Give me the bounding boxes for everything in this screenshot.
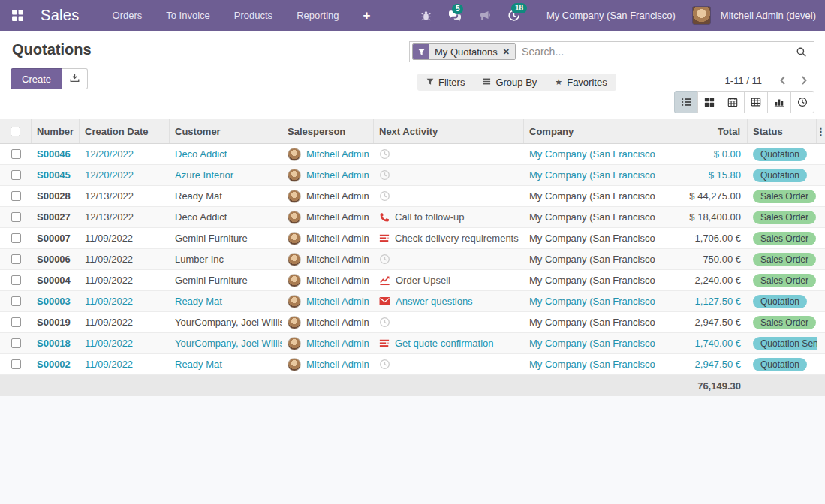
select-all-checkbox[interactable] bbox=[11, 127, 20, 136]
next-activity-cell[interactable] bbox=[374, 249, 524, 269]
table-row[interactable]: S00019 11/09/2022 YourCompany, Joel Will… bbox=[0, 312, 825, 333]
next-activity-cell[interactable]: Get quote confirmation bbox=[374, 333, 524, 353]
table-row[interactable]: S00046 12/20/2022 Deco Addict Mitchell A… bbox=[0, 144, 825, 165]
company-link[interactable]: My Company (San Francisco) bbox=[524, 354, 655, 374]
menu-to-invoice[interactable]: To Invoice bbox=[154, 2, 222, 29]
pager-next-icon[interactable] bbox=[795, 74, 813, 87]
next-activity-cell[interactable] bbox=[374, 354, 524, 374]
order-number-link[interactable]: S00028 bbox=[32, 186, 80, 206]
view-activity-button[interactable] bbox=[790, 91, 814, 113]
row-checkbox[interactable] bbox=[11, 359, 21, 369]
next-activity-cell[interactable]: Call to follow-up bbox=[374, 207, 524, 227]
row-checkbox[interactable] bbox=[11, 275, 21, 285]
no-activity-clock-icon[interactable] bbox=[379, 254, 390, 265]
header-next-activity[interactable]: Next Activity bbox=[374, 119, 524, 143]
table-row[interactable]: S00028 12/13/2022 Ready Mat Mitchell Adm… bbox=[0, 186, 825, 207]
view-graph-button[interactable] bbox=[767, 91, 791, 113]
company-link[interactable]: My Company (San Francisco) bbox=[524, 207, 655, 227]
apps-grid-icon[interactable] bbox=[0, 9, 35, 22]
customer-link[interactable]: YourCompany, Joel Willis bbox=[170, 333, 282, 353]
upsell-chart-icon[interactable] bbox=[379, 275, 390, 286]
no-activity-clock-icon[interactable] bbox=[379, 148, 390, 160]
header-company[interactable]: Company bbox=[524, 119, 655, 143]
menu-products[interactable]: Products bbox=[222, 2, 285, 29]
user-menu[interactable]: Mitchell Admin (devel) bbox=[721, 10, 816, 21]
search-input[interactable] bbox=[516, 46, 789, 58]
announcement-megaphone-icon[interactable] bbox=[471, 5, 498, 26]
next-activity-cell[interactable]: Order Upsell bbox=[374, 270, 524, 290]
add-menu-icon[interactable]: + bbox=[351, 2, 383, 29]
company-switcher[interactable]: My Company (San Francisco) bbox=[546, 10, 676, 21]
row-checkbox[interactable] bbox=[11, 191, 21, 201]
tasks-activity-icon[interactable] bbox=[379, 233, 390, 244]
table-row[interactable]: S00004 11/09/2022 Gemini Furniture Mitch… bbox=[0, 270, 825, 291]
customer-link[interactable]: Deco Addict bbox=[170, 144, 282, 164]
table-row[interactable]: S00045 12/20/2022 Azure Interior Mitchel… bbox=[0, 165, 825, 186]
company-link[interactable]: My Company (San Francisco) bbox=[524, 333, 655, 353]
email-activity-icon[interactable] bbox=[379, 296, 390, 306]
user-avatar[interactable] bbox=[692, 6, 711, 25]
customer-link[interactable]: Ready Mat bbox=[170, 354, 282, 374]
customer-link[interactable]: Deco Addict bbox=[170, 207, 282, 227]
next-activity-cell[interactable]: Check delivery requirements bbox=[374, 228, 524, 248]
header-salesperson[interactable]: Salesperson bbox=[282, 119, 374, 143]
no-activity-clock-icon[interactable] bbox=[379, 358, 390, 370]
company-link[interactable]: My Company (San Francisco) bbox=[524, 312, 655, 332]
activities-clock-icon[interactable]: 18 bbox=[501, 4, 527, 26]
next-activity-cell[interactable] bbox=[374, 312, 524, 332]
pager-previous-icon[interactable] bbox=[774, 74, 792, 87]
order-number-link[interactable]: S00019 bbox=[32, 312, 80, 332]
table-row[interactable]: S00007 11/09/2022 Gemini Furniture Mitch… bbox=[0, 228, 825, 249]
table-row[interactable]: S00027 12/13/2022 Deco Addict Mitchell A… bbox=[0, 207, 825, 228]
table-row[interactable]: S00006 11/09/2022 Lumber Inc Mitchell Ad… bbox=[0, 249, 825, 270]
favorites-button[interactable]: ★ Favorites bbox=[546, 74, 616, 91]
next-activity-cell[interactable] bbox=[374, 144, 524, 164]
next-activity-cell[interactable] bbox=[374, 165, 524, 185]
customer-link[interactable]: Gemini Furniture bbox=[170, 228, 282, 248]
row-checkbox[interactable] bbox=[11, 254, 21, 264]
groupby-button[interactable]: Group By bbox=[474, 74, 546, 91]
customer-link[interactable]: Lumber Inc bbox=[170, 249, 282, 269]
header-customer[interactable]: Customer bbox=[170, 119, 282, 143]
company-link[interactable]: My Company (San Francisco) bbox=[524, 291, 655, 311]
facet-label-group[interactable]: My Quotations ✕ bbox=[429, 44, 515, 59]
no-activity-clock-icon[interactable] bbox=[379, 170, 390, 181]
facet-remove-icon[interactable]: ✕ bbox=[503, 47, 510, 57]
table-row[interactable]: S00003 11/09/2022 Ready Mat Mitchell Adm… bbox=[0, 291, 825, 312]
view-list-button[interactable] bbox=[674, 91, 698, 113]
filters-button[interactable]: Filters bbox=[417, 74, 474, 91]
menu-reporting[interactable]: Reporting bbox=[285, 2, 351, 29]
order-number-link[interactable]: S00046 bbox=[32, 144, 80, 164]
row-checkbox[interactable] bbox=[11, 338, 21, 348]
customer-link[interactable]: Gemini Furniture bbox=[170, 270, 282, 290]
next-activity-cell[interactable] bbox=[374, 186, 524, 206]
tasks-activity-icon[interactable] bbox=[379, 338, 390, 349]
view-calendar-button[interactable] bbox=[721, 91, 745, 113]
header-total[interactable]: Total bbox=[655, 119, 748, 143]
app-name[interactable]: Sales bbox=[41, 7, 80, 24]
no-activity-clock-icon[interactable] bbox=[379, 316, 390, 328]
no-activity-clock-icon[interactable] bbox=[379, 190, 390, 202]
order-number-link[interactable]: S00006 bbox=[32, 249, 80, 269]
customer-link[interactable]: YourCompany, Joel Willis bbox=[170, 312, 282, 332]
order-number-link[interactable]: S00002 bbox=[32, 354, 80, 374]
search-magnifier-icon[interactable] bbox=[789, 46, 814, 58]
order-number-link[interactable]: S00004 bbox=[32, 270, 80, 290]
company-link[interactable]: My Company (San Francisco) bbox=[524, 228, 655, 248]
company-link[interactable]: My Company (San Francisco) bbox=[524, 249, 655, 269]
phone-activity-icon[interactable] bbox=[379, 212, 390, 223]
messages-icon[interactable]: 5 bbox=[441, 5, 468, 26]
company-link[interactable]: My Company (San Francisco) bbox=[524, 186, 655, 206]
header-creation-date[interactable]: Creation Date bbox=[80, 119, 170, 143]
order-number-link[interactable]: S00003 bbox=[32, 291, 80, 311]
header-status[interactable]: Status bbox=[748, 119, 817, 143]
row-checkbox[interactable] bbox=[11, 317, 21, 327]
order-number-link[interactable]: S00027 bbox=[32, 207, 80, 227]
debug-bug-icon[interactable] bbox=[414, 5, 438, 26]
order-number-link[interactable]: S00007 bbox=[32, 228, 80, 248]
create-button[interactable]: Create bbox=[11, 68, 62, 89]
table-row[interactable]: S00002 11/09/2022 Ready Mat Mitchell Adm… bbox=[0, 354, 825, 375]
row-checkbox[interactable] bbox=[11, 233, 21, 243]
customer-link[interactable]: Azure Interior bbox=[170, 165, 282, 185]
customer-link[interactable]: Ready Mat bbox=[170, 186, 282, 206]
